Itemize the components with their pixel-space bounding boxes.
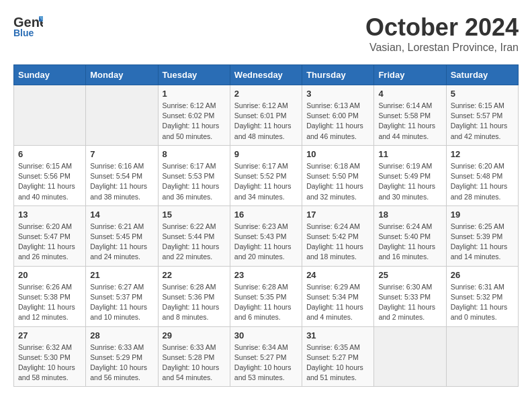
day-number: 14 [90, 210, 153, 220]
calendar-week-row: 13Sunrise: 6:20 AMSunset: 5:47 PMDayligh… [14, 205, 519, 266]
day-info: Sunrise: 6:26 AMSunset: 5:38 PMDaylight:… [18, 282, 81, 323]
day-number: 25 [378, 270, 441, 280]
calendar-week-row: 1Sunrise: 6:12 AMSunset: 6:02 PMDaylight… [14, 85, 519, 146]
weekday-header: Sunday [14, 65, 86, 85]
calendar-cell: 20Sunrise: 6:26 AMSunset: 5:38 PMDayligh… [14, 266, 86, 326]
day-number: 24 [306, 270, 369, 280]
day-info: Sunrise: 6:18 AMSunset: 5:50 PMDaylight:… [306, 161, 369, 202]
calendar-cell: 22Sunrise: 6:28 AMSunset: 5:36 PMDayligh… [158, 266, 230, 326]
weekday-header: Saturday [446, 65, 518, 85]
calendar-cell: 19Sunrise: 6:25 AMSunset: 5:39 PMDayligh… [446, 205, 518, 266]
day-info: Sunrise: 6:29 AMSunset: 5:34 PMDaylight:… [306, 282, 369, 323]
calendar-cell: 6Sunrise: 6:15 AMSunset: 5:56 PMDaylight… [14, 145, 86, 205]
day-number: 26 [451, 270, 514, 280]
day-number: 8 [163, 149, 226, 159]
location-title: Vasian, Lorestan Province, Iran [365, 42, 519, 54]
weekday-header: Tuesday [158, 65, 230, 85]
calendar-cell [374, 326, 446, 387]
calendar-cell: 7Sunrise: 6:16 AMSunset: 5:54 PMDaylight… [86, 145, 158, 205]
day-number: 27 [18, 330, 81, 340]
day-number: 12 [451, 149, 514, 159]
calendar-week-row: 27Sunrise: 6:32 AMSunset: 5:30 PMDayligh… [14, 326, 519, 387]
day-info: Sunrise: 6:31 AMSunset: 5:32 PMDaylight:… [451, 282, 514, 323]
day-info: Sunrise: 6:17 AMSunset: 5:52 PMDaylight:… [234, 161, 298, 202]
day-info: Sunrise: 6:28 AMSunset: 5:35 PMDaylight:… [234, 282, 298, 323]
calendar-cell: 29Sunrise: 6:33 AMSunset: 5:28 PMDayligh… [158, 326, 230, 387]
calendar-table: SundayMondayTuesdayWednesdayThursdayFrid… [13, 64, 519, 387]
day-info: Sunrise: 6:16 AMSunset: 5:54 PMDaylight:… [90, 161, 153, 202]
logo: General Blue [13, 13, 43, 38]
day-info: Sunrise: 6:33 AMSunset: 5:29 PMDaylight:… [90, 342, 153, 383]
day-info: Sunrise: 6:12 AMSunset: 6:01 PMDaylight:… [234, 101, 298, 142]
calendar-cell: 25Sunrise: 6:30 AMSunset: 5:33 PMDayligh… [374, 266, 446, 326]
weekday-header: Friday [374, 65, 446, 85]
calendar-cell: 28Sunrise: 6:33 AMSunset: 5:29 PMDayligh… [86, 326, 158, 387]
weekday-header: Monday [86, 65, 158, 85]
calendar-cell: 21Sunrise: 6:27 AMSunset: 5:37 PMDayligh… [86, 266, 158, 326]
calendar-cell [14, 85, 86, 146]
calendar-cell: 10Sunrise: 6:18 AMSunset: 5:50 PMDayligh… [302, 145, 374, 205]
day-info: Sunrise: 6:22 AMSunset: 5:44 PMDaylight:… [163, 222, 226, 263]
day-number: 28 [90, 330, 153, 340]
day-info: Sunrise: 6:19 AMSunset: 5:49 PMDaylight:… [378, 161, 441, 202]
day-number: 31 [306, 330, 369, 340]
calendar-cell: 15Sunrise: 6:22 AMSunset: 5:44 PMDayligh… [158, 205, 230, 266]
calendar-body: 1Sunrise: 6:12 AMSunset: 6:02 PMDaylight… [14, 85, 519, 387]
day-number: 13 [18, 210, 81, 220]
day-number: 29 [163, 330, 226, 340]
day-info: Sunrise: 6:17 AMSunset: 5:53 PMDaylight:… [163, 161, 226, 202]
day-number: 1 [163, 89, 226, 99]
title-block: October 2024 Vasian, Lorestan Province, … [365, 13, 519, 54]
day-info: Sunrise: 6:23 AMSunset: 5:43 PMDaylight:… [234, 222, 298, 263]
weekday-header: Wednesday [230, 65, 302, 85]
day-number: 30 [234, 330, 298, 340]
day-number: 10 [306, 149, 369, 159]
day-info: Sunrise: 6:35 AMSunset: 5:27 PMDaylight:… [306, 342, 369, 383]
calendar-cell: 12Sunrise: 6:20 AMSunset: 5:48 PMDayligh… [446, 145, 518, 205]
day-number: 22 [163, 270, 226, 280]
day-info: Sunrise: 6:24 AMSunset: 5:42 PMDaylight:… [306, 222, 369, 263]
day-number: 21 [90, 270, 153, 280]
calendar-cell: 1Sunrise: 6:12 AMSunset: 6:02 PMDaylight… [158, 85, 230, 146]
calendar-cell: 24Sunrise: 6:29 AMSunset: 5:34 PMDayligh… [302, 266, 374, 326]
calendar-cell: 5Sunrise: 6:15 AMSunset: 5:57 PMDaylight… [446, 85, 518, 146]
day-info: Sunrise: 6:20 AMSunset: 5:47 PMDaylight:… [18, 222, 81, 263]
day-number: 2 [234, 89, 298, 99]
day-number: 20 [18, 270, 81, 280]
day-number: 16 [234, 210, 298, 220]
day-number: 7 [90, 149, 153, 159]
calendar-cell: 31Sunrise: 6:35 AMSunset: 5:27 PMDayligh… [302, 326, 374, 387]
day-info: Sunrise: 6:28 AMSunset: 5:36 PMDaylight:… [163, 282, 226, 323]
day-info: Sunrise: 6:15 AMSunset: 5:57 PMDaylight:… [451, 101, 514, 142]
calendar-cell: 17Sunrise: 6:24 AMSunset: 5:42 PMDayligh… [302, 205, 374, 266]
day-info: Sunrise: 6:27 AMSunset: 5:37 PMDaylight:… [90, 282, 153, 323]
svg-text:Blue: Blue [13, 28, 34, 38]
day-info: Sunrise: 6:33 AMSunset: 5:28 PMDaylight:… [163, 342, 226, 383]
calendar-cell: 3Sunrise: 6:13 AMSunset: 6:00 PMDaylight… [302, 85, 374, 146]
calendar-cell: 9Sunrise: 6:17 AMSunset: 5:52 PMDaylight… [230, 145, 302, 205]
calendar-cell: 11Sunrise: 6:19 AMSunset: 5:49 PMDayligh… [374, 145, 446, 205]
day-number: 6 [18, 149, 81, 159]
calendar-header: SundayMondayTuesdayWednesdayThursdayFrid… [14, 65, 519, 85]
day-number: 5 [451, 89, 514, 99]
calendar-week-row: 20Sunrise: 6:26 AMSunset: 5:38 PMDayligh… [14, 266, 519, 326]
page-header: General Blue October 2024 Vasian, Lorest… [13, 13, 519, 54]
day-info: Sunrise: 6:24 AMSunset: 5:40 PMDaylight:… [378, 222, 441, 263]
day-number: 18 [378, 210, 441, 220]
day-number: 17 [306, 210, 369, 220]
weekday-header-row: SundayMondayTuesdayWednesdayThursdayFrid… [14, 65, 519, 85]
calendar-cell: 30Sunrise: 6:34 AMSunset: 5:27 PMDayligh… [230, 326, 302, 387]
calendar-cell: 18Sunrise: 6:24 AMSunset: 5:40 PMDayligh… [374, 205, 446, 266]
calendar-cell: 8Sunrise: 6:17 AMSunset: 5:53 PMDaylight… [158, 145, 230, 205]
calendar-cell: 23Sunrise: 6:28 AMSunset: 5:35 PMDayligh… [230, 266, 302, 326]
day-info: Sunrise: 6:14 AMSunset: 5:58 PMDaylight:… [378, 101, 441, 142]
day-number: 15 [163, 210, 226, 220]
day-info: Sunrise: 6:12 AMSunset: 6:02 PMDaylight:… [163, 101, 226, 142]
day-info: Sunrise: 6:20 AMSunset: 5:48 PMDaylight:… [451, 161, 514, 202]
calendar-cell: 2Sunrise: 6:12 AMSunset: 6:01 PMDaylight… [230, 85, 302, 146]
day-info: Sunrise: 6:15 AMSunset: 5:56 PMDaylight:… [18, 161, 81, 202]
day-number: 23 [234, 270, 298, 280]
day-info: Sunrise: 6:13 AMSunset: 6:00 PMDaylight:… [306, 101, 369, 142]
month-title: October 2024 [365, 13, 519, 42]
logo-icon: General Blue [13, 13, 43, 38]
